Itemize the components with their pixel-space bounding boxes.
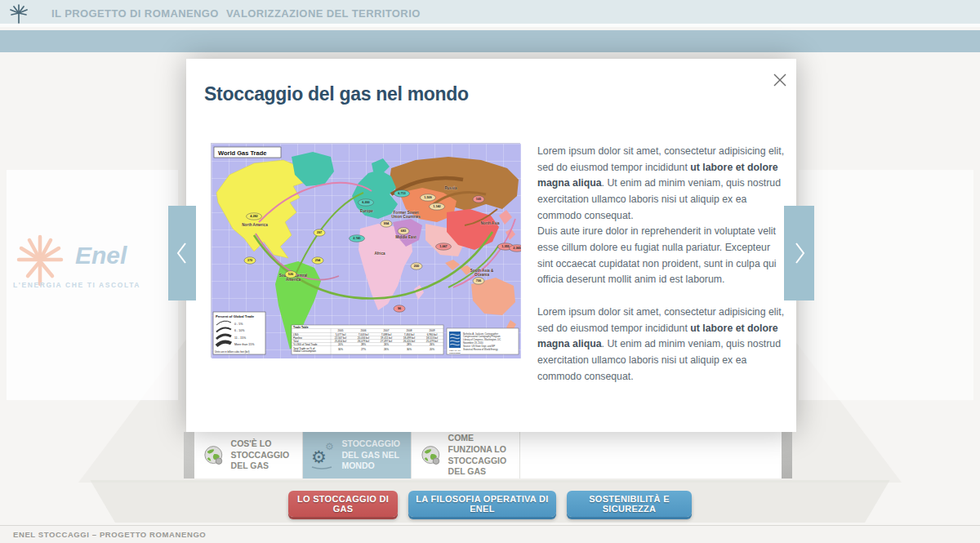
svg-text:30%: 30% <box>407 348 412 351</box>
button-filosofia-operativa[interactable]: LA FILOSOFIA OPERATIVA DI ENEL <box>408 491 556 517</box>
svg-text:28%: 28% <box>407 343 412 346</box>
svg-text:1,355: 1,355 <box>501 245 510 248</box>
svg-text:6 - 10%: 6 - 10% <box>234 329 245 332</box>
svg-text:294: 294 <box>315 259 321 262</box>
carousel-prev-button[interactable] <box>168 206 196 300</box>
gear-swoosh <box>311 465 332 470</box>
svg-text:Africa: Africa <box>374 251 385 256</box>
modal-close-button[interactable] <box>771 72 789 90</box>
svg-text:26%: 26% <box>384 343 389 346</box>
paragraph-3: Lorem ipsum dolor sit amet, consectetur … <box>537 305 786 385</box>
svg-text:Units are in billion cubic fee: Units are in billion cubic feet (bcf) <box>215 350 250 354</box>
globe-icon <box>203 444 225 467</box>
svg-text:26%: 26% <box>430 343 434 346</box>
close-icon <box>772 72 788 88</box>
enel-logo: Enel L'ENERGIA CHE TI ASCOLTA <box>10 227 181 309</box>
svg-text:200: 200 <box>414 265 419 268</box>
enel-wordmark: Enel <box>75 242 127 269</box>
svg-text:994: 994 <box>384 222 390 225</box>
svg-text:Russia: Russia <box>444 186 457 190</box>
background-sheet-right <box>799 170 973 400</box>
svg-text:North Asia: North Asia <box>480 221 500 225</box>
svg-text:11 - 15%: 11 - 15% <box>234 336 247 340</box>
button-lo-stoccaggio-di-gas[interactable]: LO STOCCAGGIO DI GAS <box>288 491 398 517</box>
button-sostenibilita-sicurezza[interactable]: SOSTENIBILITÀ E SICUREZZA <box>567 491 692 517</box>
svg-text:Middle East: Middle East <box>395 235 416 239</box>
header-band <box>0 30 980 52</box>
svg-text:28%: 28% <box>361 343 366 346</box>
svg-text:1,142: 1,142 <box>433 205 441 208</box>
svg-text:Total Trade as % ofGlobal Cons: Total Trade as % ofGlobal Consumption <box>293 347 316 353</box>
svg-text:20%: 20% <box>430 348 434 351</box>
svg-text:More than 15%: More than 15% <box>234 343 255 346</box>
top-navigation: IL PROGETTO DI ROMANENGO VALORIZZAZIONE … <box>0 0 980 27</box>
content-tab-bar: COS'È LO STOCCAGGIO DEL GAS ⚙ ⚙ STOCCAGG… <box>184 432 792 478</box>
modal-stoccaggio-gas-mondo: Stoccaggio del gas nel mondo <box>186 59 796 432</box>
footer-text: ENEL STOCCAGGI – PROGETTO ROMANENGO <box>13 530 206 539</box>
svg-text:% LNG of Total Trade: % LNG of Total Trade <box>293 343 318 346</box>
svg-text:397: 397 <box>317 231 322 234</box>
footer: ENEL STOCCAGGI – PROGETTO ROMANENGO <box>0 525 980 543</box>
svg-text:96: 96 <box>398 307 401 310</box>
svg-text:706: 706 <box>476 279 481 283</box>
paragraph-1: Lorem ipsum dolor sit amet, consectetur … <box>537 144 786 224</box>
svg-text:0 - 5%: 0 - 5% <box>234 323 243 326</box>
svg-text:105: 105 <box>476 198 481 201</box>
svg-text:World Gas Trade: World Gas Trade <box>218 149 266 157</box>
tabbar-filler <box>520 432 782 478</box>
svg-text:Former SovietUnion Countries: Former SovietUnion Countries <box>391 211 421 219</box>
svg-text:Trade Table: Trade Table <box>293 326 309 329</box>
globe-icon <box>420 444 442 467</box>
carousel-next-button[interactable] <box>784 206 814 300</box>
svg-text:Percent of Global Trade: Percent of Global Trade <box>216 314 255 318</box>
tabbar-left-cap <box>184 432 194 478</box>
chevron-right-icon <box>791 237 808 269</box>
svg-text:27%: 27% <box>361 348 366 351</box>
tab-stoccaggio-nel-mondo[interactable]: ⚙ ⚙ STOCCAGGIO DEL GAS NEL MONDO <box>303 432 412 478</box>
svg-text:683: 683 <box>401 229 406 233</box>
svg-text:6,200: 6,200 <box>362 201 370 204</box>
svg-text:2,741: 2,741 <box>353 237 361 240</box>
svg-text:2,365: 2,365 <box>513 247 521 250</box>
tab-come-funziona[interactable]: COME FUNZIONA LO STOCCAGGIO DEL GAS <box>412 432 520 478</box>
modal-body-text: Lorem ipsum dolor sit amet, consectetur … <box>537 144 786 385</box>
svg-text:526: 526 <box>288 273 293 276</box>
nav-item-progetto-romanengo[interactable]: IL PROGETTO DI ROMANENGO <box>51 0 219 27</box>
world-gas-trade-map: World Gas TradeNorth AmericaSouth & Cent… <box>211 143 520 358</box>
svg-text:1,067: 1,067 <box>439 245 448 248</box>
svg-text:1,509: 1,509 <box>424 196 432 199</box>
tabbar-right-cap[interactable] <box>782 432 792 478</box>
nav-item-valorizzazione-territorio[interactable]: VALORIZZAZIONE DEL TERRITORIO <box>226 0 421 27</box>
svg-text:North America: North America <box>242 223 268 227</box>
svg-text:Europe: Europe <box>360 209 373 213</box>
svg-text:4,282: 4,282 <box>250 215 258 218</box>
svg-text:30%: 30% <box>338 348 343 351</box>
gears-icon: ⚙ ⚙ <box>311 442 335 470</box>
svg-text:6,713: 6,713 <box>398 192 406 195</box>
paragraph-2: Duis aute irure dolor in reprehenderit i… <box>537 224 786 288</box>
svg-text:Statistical Review of World En: Statistical Review of World Energy <box>463 348 498 351</box>
svg-text:370: 370 <box>247 259 252 262</box>
tab-cose-lo-stoccaggio[interactable]: COS'È LO STOCCAGGIO DEL GAS <box>194 432 303 478</box>
modal-title: Stoccaggio del gas nel mondo <box>204 83 469 105</box>
svg-text:26%: 26% <box>384 348 389 351</box>
svg-text:20%: 20% <box>338 343 343 346</box>
enel-sunburst-icon[interactable] <box>8 3 29 24</box>
svg-text:CONGRESS: CONGRESS <box>449 352 461 354</box>
chevron-left-icon <box>173 237 191 269</box>
enel-tagline: L'ENERGIA CHE TI ASCOLTA <box>13 281 140 289</box>
